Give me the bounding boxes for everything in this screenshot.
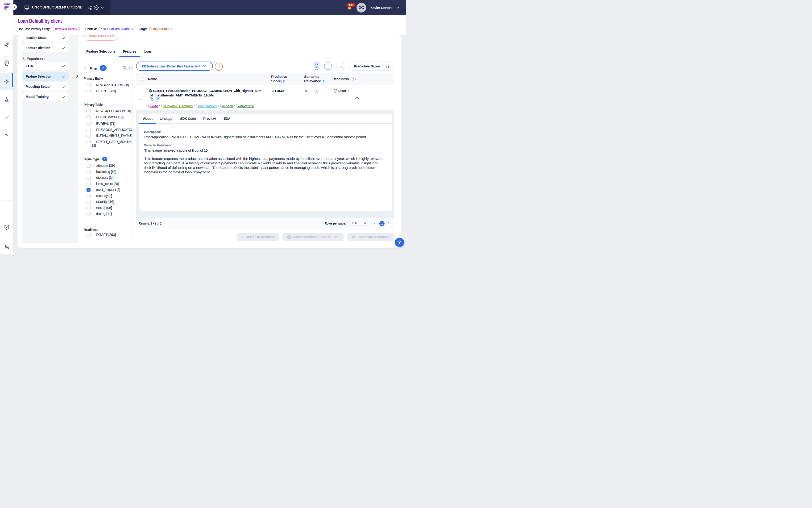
svg-text:CSV: CSV [315,67,319,69]
